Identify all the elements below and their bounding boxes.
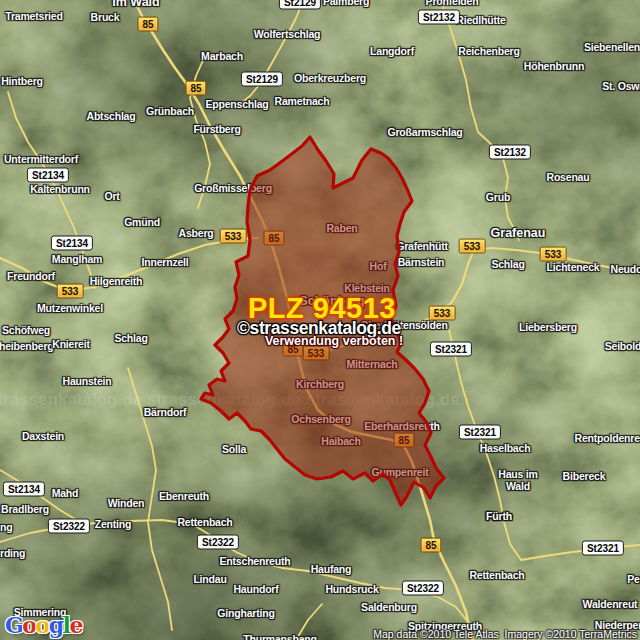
google-logo[interactable]: Google [5,612,82,638]
google-logo-letter: o [35,612,48,638]
google-logo-letter: g [49,612,63,638]
watermark-warning: Verwendung verboten ! [265,334,403,348]
google-logo-letter: G [5,612,22,638]
google-logo-letter: o [22,612,35,638]
google-logo-letter: e [69,612,82,638]
map-canvas[interactable]: Im WaldTrametsriedBruckPalmbergPronfelde… [0,0,640,640]
map-attribution: Map data ©2010 Tele Atlas Imagery ©2010 … [373,628,637,640]
